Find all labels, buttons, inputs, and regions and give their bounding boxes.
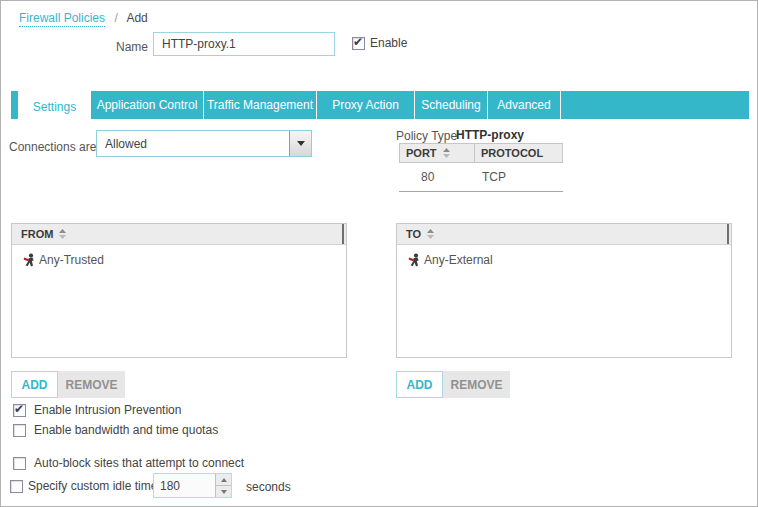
bandwidth-quotas-row: Enable bandwidth and time quotas bbox=[13, 423, 218, 437]
idle-timeout-spinner bbox=[153, 473, 232, 498]
tab-bar-filler bbox=[561, 91, 749, 119]
list-item-any-trusted[interactable]: Any-Trusted bbox=[12, 245, 346, 267]
name-label: Name bbox=[116, 40, 148, 54]
tab-proxy-action[interactable]: Proxy Action bbox=[317, 91, 415, 119]
intrusion-prevention-row: Enable Intrusion Prevention bbox=[13, 403, 181, 417]
idle-timeout-input[interactable] bbox=[154, 474, 215, 497]
tab-bar-lead bbox=[11, 91, 19, 119]
alias-icon bbox=[408, 253, 421, 267]
column-resize-handle[interactable] bbox=[342, 224, 344, 244]
bandwidth-quotas-label: Enable bandwidth and time quotas bbox=[34, 423, 218, 437]
from-remove-button[interactable]: REMOVE bbox=[58, 371, 125, 398]
to-button-row: ADD REMOVE bbox=[396, 371, 510, 398]
policy-name-input[interactable] bbox=[153, 32, 335, 56]
alias-icon bbox=[23, 253, 36, 267]
sort-icon bbox=[426, 229, 435, 239]
auto-block-row: Auto-block sites that attempt to connect bbox=[13, 456, 244, 470]
list-item-label: Any-External bbox=[424, 253, 493, 267]
to-column-header[interactable]: TO bbox=[397, 224, 731, 245]
table-row: 80 TCP bbox=[399, 163, 563, 192]
chevron-down-icon bbox=[297, 141, 305, 146]
port-header-label: PORT bbox=[406, 147, 437, 159]
port-column-header[interactable]: PORT bbox=[399, 143, 475, 163]
spinner-stepper bbox=[215, 474, 231, 497]
breadcrumb: Firewall Policies / Add bbox=[19, 11, 148, 25]
from-button-row: ADD REMOVE bbox=[11, 371, 125, 398]
list-item-label: Any-Trusted bbox=[39, 253, 104, 267]
connections-select-arrow-button[interactable] bbox=[289, 131, 311, 156]
column-resize-handle[interactable] bbox=[727, 224, 729, 244]
connections-selected-value: Allowed bbox=[97, 131, 289, 156]
list-item-any-external[interactable]: Any-External bbox=[397, 245, 731, 267]
bandwidth-quotas-checkbox[interactable] bbox=[13, 424, 26, 437]
idle-timeout-row: Specify custom idle timeout bbox=[10, 479, 174, 493]
tab-traffic-management[interactable]: Traffic Management bbox=[204, 91, 317, 119]
intrusion-prevention-checkbox[interactable] bbox=[13, 404, 26, 417]
tab-bar: Settings Application Control Traffic Man… bbox=[11, 91, 749, 119]
sort-icon bbox=[58, 229, 67, 239]
policy-type-value: HTTP-proxy bbox=[456, 128, 524, 142]
chevron-up-icon bbox=[221, 478, 227, 482]
tab-application-control[interactable]: Application Control bbox=[91, 91, 204, 119]
auto-block-label: Auto-block sites that attempt to connect bbox=[34, 456, 244, 470]
breadcrumb-current: Add bbox=[126, 11, 147, 25]
to-add-button[interactable]: ADD bbox=[396, 371, 443, 398]
auto-block-checkbox[interactable] bbox=[13, 457, 26, 470]
from-add-button[interactable]: ADD bbox=[11, 371, 58, 398]
breadcrumb-separator: / bbox=[114, 11, 117, 25]
to-panel: TO Any-External bbox=[396, 223, 732, 358]
enable-checkbox[interactable] bbox=[352, 37, 365, 50]
policy-ports-table: PORT PROTOCOL 80 TCP bbox=[399, 143, 563, 192]
intrusion-prevention-label: Enable Intrusion Prevention bbox=[34, 403, 181, 417]
from-column-header[interactable]: FROM bbox=[12, 224, 346, 245]
spinner-down-button[interactable] bbox=[216, 486, 231, 497]
tab-scheduling[interactable]: Scheduling bbox=[415, 91, 488, 119]
from-header-label: FROM bbox=[21, 228, 53, 240]
to-remove-button[interactable]: REMOVE bbox=[443, 371, 510, 398]
enable-row: Enable bbox=[352, 36, 407, 50]
to-header-label: TO bbox=[406, 228, 421, 240]
breadcrumb-firewall-policies-link[interactable]: Firewall Policies bbox=[19, 11, 105, 27]
port-cell: 80 bbox=[399, 163, 475, 191]
connections-are-label: Connections are bbox=[9, 140, 96, 154]
protocol-cell: TCP bbox=[475, 163, 563, 191]
ports-table-header: PORT PROTOCOL bbox=[399, 143, 563, 163]
tab-advanced[interactable]: Advanced bbox=[488, 91, 561, 119]
chevron-down-icon bbox=[221, 490, 227, 494]
from-panel: FROM Any-Trusted bbox=[11, 223, 347, 358]
sort-icon bbox=[442, 148, 451, 158]
policy-type-label: Policy Type bbox=[396, 129, 457, 143]
connections-select[interactable]: Allowed bbox=[96, 130, 312, 157]
idle-timeout-unit-label: seconds bbox=[246, 480, 291, 494]
protocol-header-label: PROTOCOL bbox=[481, 147, 543, 159]
enable-label: Enable bbox=[370, 36, 407, 50]
idle-timeout-checkbox[interactable] bbox=[10, 480, 23, 493]
firewall-policy-add-page: Firewall Policies / Add Name Enable Sett… bbox=[0, 0, 758, 507]
protocol-column-header[interactable]: PROTOCOL bbox=[475, 143, 563, 163]
spinner-up-button[interactable] bbox=[216, 474, 231, 486]
tab-settings[interactable]: Settings bbox=[19, 91, 91, 122]
